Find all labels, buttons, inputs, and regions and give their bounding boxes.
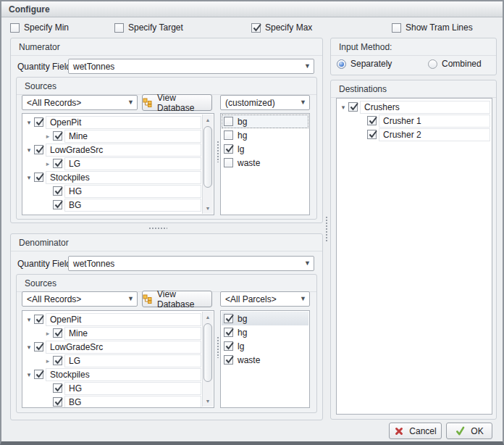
chevron-down-icon[interactable]: ▼ [125,292,137,306]
checkbox-icon[interactable] [34,145,43,154]
checkbox-icon[interactable] [34,342,43,352]
expand-icon[interactable]: ▸ [43,133,53,140]
scroll-down-icon[interactable]: ▼ [203,396,213,407]
chevron-down-icon[interactable]: ▼ [301,257,314,270]
chevron-down-icon[interactable]: ▼ [301,59,314,73]
checkbox-icon[interactable] [53,131,62,141]
checkbox-icon[interactable] [392,23,401,33]
numerator-sources-tree[interactable]: ▾OpenPit▸Mine▾LowGradeSrc▸LG▾StockpilesH… [22,113,214,215]
tree-row[interactable]: HG [24,381,201,395]
tree-node-label[interactable]: Crushers [360,101,490,114]
checkbox-icon[interactable] [251,23,261,33]
denominator-sources-tree[interactable]: ▾OpenPit▸Mine▾LowGradeSrc▸LG▾StockpilesH… [22,310,214,408]
tree-node-label[interactable]: OpenPit [46,116,201,129]
checkbox-icon[interactable] [224,355,233,365]
tree-list-splitter[interactable] [217,141,219,162]
tree-row[interactable]: ▸LG [24,157,201,170]
checkbox-icon[interactable] [224,314,233,323]
tree-node-label[interactable]: Crusher 1 [379,115,490,128]
denominator-quantity-field-combo[interactable]: wetTonnes ▼ [68,256,314,271]
tree-node-label[interactable]: LG [64,157,201,170]
scroll-up-icon[interactable]: ▲ [203,115,213,125]
denominator-parcels-filter-combo[interactable]: <All Parcels> ▼ [220,291,310,307]
tree-node-label[interactable]: BG [64,396,201,409]
tree-row[interactable]: Crusher 1 [338,114,490,128]
checkbox-icon[interactable] [53,397,62,407]
radio-icon[interactable] [337,59,346,69]
denominator-records-filter-combo[interactable]: <All Records> ▼ [22,291,138,307]
tree-row[interactable]: ▾LowGradeSrc [24,143,201,157]
parcel-item[interactable]: lg [222,142,308,156]
tree-node-label[interactable]: BG [64,199,201,212]
checkbox-icon[interactable] [224,117,233,126]
checkbox-icon[interactable] [224,158,233,167]
tree-row[interactable]: Crusher 2 [338,128,490,141]
tree-node-label[interactable]: LG [64,354,201,367]
tree-node-label[interactable]: LowGradeSrc [46,144,201,157]
specify-target-checkbox[interactable]: Specify Target [114,22,183,33]
radio-combined[interactable]: Combined [428,59,482,69]
checkbox-icon[interactable] [224,144,233,154]
numerator-parcels-filter-combo[interactable]: (customized) ▼ [220,95,310,110]
checkbox-icon[interactable] [34,117,43,127]
tree-node-label[interactable]: Crusher 2 [379,128,490,141]
collapse-icon[interactable]: ▾ [24,119,34,126]
tree-node-label[interactable]: LowGradeSrc [46,341,201,354]
numerator-parcels-list[interactable]: bghglgwaste [220,113,310,215]
parcel-item[interactable]: waste [222,156,308,170]
chevron-down-icon[interactable]: ▼ [297,96,309,109]
checkbox-icon[interactable] [10,23,20,33]
checkbox-icon[interactable] [367,130,377,139]
tree-row[interactable]: ▾Stockpiles [24,170,201,184]
tree-row[interactable]: BG [24,395,201,408]
parcel-item[interactable]: bg [222,115,308,128]
tree-row[interactable]: ▸LG [24,354,201,367]
checkbox-icon[interactable] [114,23,124,33]
collapse-icon[interactable]: ▾ [24,316,34,323]
numerator-quantity-field-combo[interactable]: wetTonnes ▼ [68,59,314,74]
tree-row[interactable]: ▾Stockpiles [24,367,201,381]
tree-node-label[interactable]: Stockpiles [46,368,201,381]
tree-node-label[interactable]: HG [64,185,201,198]
specify-max-checkbox[interactable]: Specify Max [251,22,312,33]
tree-row[interactable]: ▸Mine [24,129,201,143]
checkbox-icon[interactable] [34,370,43,379]
left-right-splitter[interactable] [325,216,328,242]
checkbox-icon[interactable] [34,172,43,182]
expand-icon[interactable]: ▸ [43,330,53,337]
tree-row[interactable]: BG [24,198,201,212]
radio-separately[interactable]: Separately [337,59,392,69]
chevron-down-icon[interactable]: ▼ [297,292,309,306]
chevron-down-icon[interactable]: ▼ [125,96,137,109]
expand-icon[interactable]: ▸ [43,160,53,167]
specify-min-checkbox[interactable]: Specify Min [10,22,69,33]
tree-row[interactable]: ▾OpenPit [24,115,201,129]
parcel-item[interactable]: lg [222,339,308,353]
checkbox-icon[interactable] [224,328,233,337]
scrollbar-thumb[interactable] [203,126,212,188]
collapse-icon[interactable]: ▾ [24,174,34,181]
tree-node-label[interactable]: Mine [64,130,201,143]
collapse-icon[interactable]: ▾ [24,344,34,351]
denominator-view-database-button[interactable]: View Database [142,291,212,307]
checkbox-icon[interactable] [348,102,358,112]
tree-node-label[interactable]: Mine [64,327,201,340]
tree-node-label[interactable]: OpenPit [46,313,201,326]
checkbox-icon[interactable] [53,383,62,393]
checkbox-icon[interactable] [53,186,62,196]
destinations-tree[interactable]: ▾CrushersCrusher 1Crusher 2 [336,98,492,415]
parcel-item[interactable]: hg [222,128,308,142]
scrollbar[interactable]: ▲ ▼ [202,312,213,407]
tree-row[interactable]: ▸Mine [24,326,201,340]
scroll-down-icon[interactable]: ▼ [203,203,213,214]
parcel-item[interactable]: waste [222,353,308,367]
numerator-view-database-button[interactable]: View Database [142,94,212,111]
tree-node-label[interactable]: HG [64,382,201,395]
radio-icon[interactable] [428,59,437,69]
tree-list-splitter[interactable] [217,336,219,358]
checkbox-icon[interactable] [53,356,62,365]
scrollbar[interactable]: ▲ ▼ [202,115,213,214]
numerator-records-filter-combo[interactable]: <All Records> ▼ [22,95,138,110]
checkbox-icon[interactable] [53,328,62,338]
show-tram-lines-checkbox[interactable]: Show Tram Lines [392,22,473,33]
